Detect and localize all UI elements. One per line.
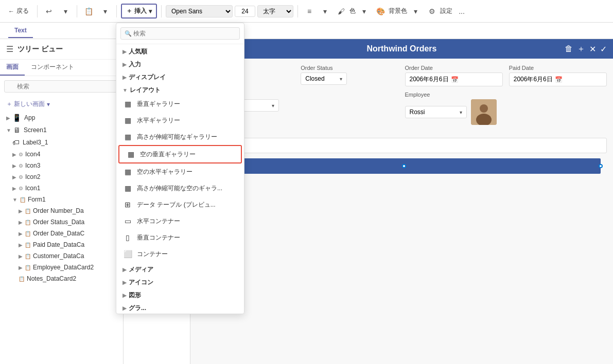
- color-label: 色: [349, 7, 356, 15]
- selected-element-bar[interactable]: [203, 158, 601, 174]
- item-vertical-container[interactable]: ▯ 垂直コンテナー: [116, 229, 244, 246]
- item-vertical-gallery[interactable]: ▦ 垂直ギャラリー: [116, 96, 244, 112]
- category-media[interactable]: ▶ メディア: [116, 262, 244, 275]
- font-size-input[interactable]: [235, 6, 255, 17]
- notes-label: Notes: [197, 130, 607, 136]
- category-input[interactable]: ▶ 入力: [116, 57, 244, 70]
- category-layout[interactable]: ▼ レイアウト: [116, 83, 244, 96]
- icon3-badge: ⚙: [19, 163, 23, 169]
- form-row-2: Customer Company CC ▾ Employee: [197, 92, 607, 125]
- expand-icon2-icon: ▶: [12, 174, 16, 180]
- search-icon: 🔍: [125, 30, 132, 37]
- order-date-input[interactable]: 2006年6月6日 📅: [405, 72, 503, 86]
- vertical-gallery-icon: ▦: [122, 99, 133, 109]
- more-button[interactable]: ...: [454, 4, 469, 19]
- insert-search-input[interactable]: [120, 27, 240, 40]
- format-button[interactable]: ≡: [302, 4, 317, 19]
- notes-input[interactable]: [197, 138, 607, 153]
- insert-button[interactable]: ＋ 挿入 ▾: [121, 4, 157, 19]
- bg-color-icon[interactable]: 🎨: [373, 4, 388, 19]
- employee-select[interactable]: Rossi ▾: [405, 106, 467, 118]
- category-shapes-label: 図形: [129, 291, 141, 300]
- employee-select-box[interactable]: Rossi ▾: [405, 106, 467, 118]
- color-dropdown-button[interactable]: ▾: [357, 4, 371, 19]
- order-number-icon: 📋: [25, 208, 31, 214]
- avatar-svg: [471, 99, 497, 125]
- item-flexible-empty-gallery[interactable]: ▦ 高さが伸縮可能な空のギャラ...: [116, 180, 244, 196]
- tree-item-notes[interactable]: 📋 Notes_DataCard2: [0, 273, 123, 284]
- bg-color-dropdown-button[interactable]: ▾: [408, 4, 423, 19]
- new-screen-button[interactable]: ＋ 新しい画面 ▾: [0, 97, 123, 112]
- back-button[interactable]: ← 戻る: [4, 5, 33, 17]
- paste-button[interactable]: 📋: [81, 4, 96, 19]
- flexible-gallery-icon: ▦: [122, 132, 133, 142]
- tree-item-icon3[interactable]: ▶ ⚙ Icon3: [0, 160, 123, 171]
- tree-item-customer[interactable]: ▶ 📋 Customer_DataCa: [0, 250, 123, 262]
- paste-dropdown-button[interactable]: ▾: [98, 4, 112, 19]
- tree-item-icon1[interactable]: ▶ ⚙ Icon1: [0, 183, 123, 194]
- order-status-select[interactable]: Closed ▾: [301, 72, 398, 85]
- tree-item-label3[interactable]: 🏷 Label3_1: [0, 136, 123, 149]
- category-charts[interactable]: ▶ グラ...: [116, 301, 244, 314]
- category-layout-label: レイアウト: [130, 86, 161, 95]
- settings-icon[interactable]: ⚙: [425, 4, 439, 19]
- tree-item-form1[interactable]: ▼ 📋 Form1: [0, 194, 123, 205]
- paid-date-input[interactable]: 2006年6月6日 📅: [509, 72, 607, 86]
- category-popular[interactable]: ▶ 人気順: [116, 44, 244, 57]
- tree-item-order-date[interactable]: ▶ 📋 Order Date_DataC: [0, 228, 123, 239]
- trash-icon[interactable]: 🗑: [565, 44, 573, 53]
- tree-item-order-number[interactable]: ▶ 📋 Order Number_Da: [0, 205, 123, 216]
- tree-item-icon4[interactable]: ▶ ⚙ Icon4: [0, 149, 123, 160]
- order-status-select-box[interactable]: Closed ▾: [301, 72, 347, 85]
- tab-text[interactable]: Text: [8, 24, 33, 38]
- icon1-badge: ⚙: [19, 186, 23, 191]
- tree-label-order-number: Order Number_Da: [33, 207, 84, 214]
- font-name-select[interactable]: Open Sans: [166, 5, 233, 17]
- tree-item-icon2[interactable]: ▶ ⚙ Icon2: [0, 171, 123, 183]
- tree-item-employee[interactable]: ▶ 📋 Employee_DataCard2: [0, 262, 123, 273]
- tree-item-screen1[interactable]: ▼ 🖥 Screen1: [0, 124, 123, 136]
- undo-button[interactable]: ↩: [42, 4, 56, 19]
- resize-handle-right[interactable]: [599, 164, 603, 168]
- paint-icon[interactable]: 🖌: [334, 4, 348, 19]
- item-empty-horizontal-gallery[interactable]: ▦ 空の水平ギャラリー: [116, 163, 244, 180]
- item-empty-vertical-gallery[interactable]: ▦ 空の垂直ギャラリー: [118, 145, 242, 163]
- separator-1: [37, 5, 38, 17]
- separator-4: [161, 5, 162, 17]
- tree-label-icon2: Icon2: [25, 173, 40, 180]
- sidebar-search-input[interactable]: [4, 80, 119, 93]
- sidebar-tab-component[interactable]: コンポーネント: [25, 60, 80, 76]
- check-icon[interactable]: ✓: [600, 44, 607, 54]
- item-flexible-gallery[interactable]: ▦ 高さが伸縮可能なギャラリー: [116, 129, 244, 145]
- expand-icon4-icon: ▶: [12, 152, 16, 157]
- item-horizontal-container[interactable]: ▭ 水平コンテナー: [116, 213, 244, 229]
- close-icon[interactable]: ✕: [589, 44, 596, 54]
- category-shapes[interactable]: ▶ 図形: [116, 288, 244, 301]
- format-dropdown-button[interactable]: ▾: [318, 4, 332, 19]
- item-data-table[interactable]: ⊞ データ テーブル (プレビュ...: [116, 196, 244, 213]
- tree-item-paid-date[interactable]: ▶ 📋 Paid Date_DataCa: [0, 239, 123, 250]
- item-horizontal-gallery[interactable]: ▦ 水平ギャラリー: [116, 112, 244, 129]
- category-display[interactable]: ▶ ディスプレイ: [116, 70, 244, 83]
- tree-item-order-status[interactable]: ▶ 📋 Order Status_Data: [0, 216, 123, 228]
- sidebar: ☰ ツリー ビュー 画面 コンポーネント ＋ 新しい画面 ▾ ▶ 📱 App ▼…: [0, 39, 124, 364]
- sidebar-tabs: 画面 コンポーネント: [0, 60, 123, 76]
- svg-point-1: [480, 104, 488, 113]
- sidebar-tab-screen[interactable]: 画面: [0, 60, 25, 76]
- form1-icon: 📋: [20, 197, 26, 203]
- paid-date-label: Paid Date: [509, 65, 607, 71]
- tree-item-app[interactable]: ▶ 📱 App: [0, 112, 123, 124]
- item-flexible-empty-gallery-label: 高さが伸縮可能な空のギャラ...: [137, 184, 222, 193]
- resize-handle-mid[interactable]: [402, 164, 406, 168]
- color-group: 🖌 色 ▾: [334, 4, 371, 19]
- form-body: Order Number 0937 Order Status Closed ▾: [190, 59, 613, 184]
- item-container[interactable]: ⬜ コンテナー: [116, 246, 244, 262]
- sidebar-header: ☰ ツリー ビュー: [0, 39, 123, 60]
- horizontal-container-icon: ▭: [122, 216, 133, 226]
- icon-arrow-icon: ▶: [122, 280, 127, 285]
- font-style-select[interactable]: 太字: [257, 5, 293, 17]
- app-icon: 📱: [12, 114, 21, 122]
- category-icon[interactable]: ▶ アイコン: [116, 275, 244, 288]
- undo-dropdown-button[interactable]: ▾: [58, 4, 73, 19]
- add-icon[interactable]: ＋: [577, 44, 585, 54]
